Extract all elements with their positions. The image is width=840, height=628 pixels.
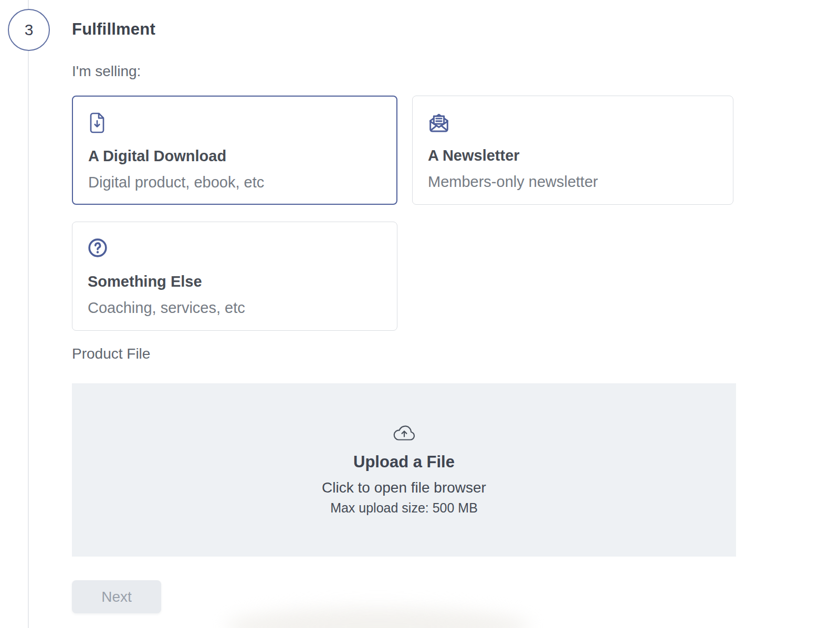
option-card-digital-download[interactable]: A Digital Download Digital product, eboo… [72, 96, 397, 205]
page-title: Fulfillment [72, 20, 736, 39]
selling-options-grid: A Digital Download Digital product, eboo… [72, 96, 736, 331]
option-card-something-else[interactable]: Something Else Coaching, services, etc [72, 222, 397, 331]
newsletter-icon [428, 112, 717, 133]
step-connector-line [28, 0, 29, 628]
step-number: 3 [25, 21, 34, 39]
option-subtitle: Coaching, services, etc [88, 299, 381, 317]
cloud-upload-icon [392, 423, 417, 444]
step-number-badge: 3 [8, 9, 50, 51]
option-title: A Newsletter [428, 146, 717, 164]
option-title: Something Else [88, 273, 381, 290]
upload-title: Upload a File [353, 452, 455, 472]
upload-max-size-note: Max upload size: 500 MB [330, 500, 478, 515]
file-upload-dropzone[interactable]: Upload a File Click to open file browser… [72, 383, 736, 557]
product-file-label: Product File [72, 346, 736, 362]
fulfillment-step-section: Fulfillment I'm selling: A Digital Downl… [72, 0, 736, 613]
option-subtitle: Digital product, ebook, etc [88, 173, 381, 191]
next-button[interactable]: Next [72, 580, 161, 613]
question-circle-icon [88, 238, 381, 259]
option-title: A Digital Download [88, 147, 381, 165]
option-subtitle: Members-only newsletter [428, 173, 717, 191]
option-card-newsletter[interactable]: A Newsletter Members-only newsletter [412, 96, 733, 205]
selling-label: I'm selling: [72, 63, 736, 80]
file-download-icon [88, 112, 381, 133]
upload-subtitle: Click to open file browser [322, 479, 486, 496]
